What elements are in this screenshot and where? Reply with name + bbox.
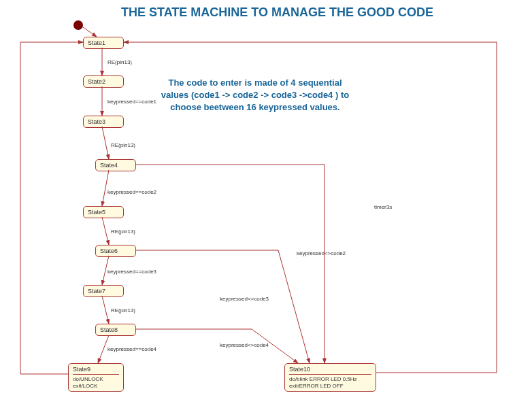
state-6: State6 — [95, 245, 136, 257]
state-4-name: State4 — [100, 162, 131, 169]
label-6-10: keypressed<>code3 — [220, 296, 269, 302]
diagram-title: THE STATE MACHINE TO MANAGE THE GOOD COD… — [121, 5, 433, 20]
label-4-10: keypressed<>code2 — [297, 250, 346, 256]
state-7-name: State7 — [88, 288, 119, 294]
state-2: State2 — [83, 75, 124, 88]
label-5-6: RE(pin13) — [111, 228, 135, 235]
state-9-actions: do/UNLOCK exit/LOCK — [73, 376, 119, 389]
state-8: State8 — [95, 324, 136, 336]
label-3-4: RE(pin13) — [111, 142, 135, 148]
state-5: State5 — [83, 206, 124, 218]
state-9: State9 do/UNLOCK exit/LOCK — [68, 363, 124, 392]
diagram-description: The code to enter is made of 4 sequentia… — [156, 77, 354, 114]
svg-line-3 — [102, 126, 109, 159]
svg-line-0 — [83, 27, 97, 37]
state-7: State7 — [83, 285, 124, 297]
state-10-name: State10 — [289, 366, 371, 375]
label-8-9: keypressed==code4 — [107, 346, 156, 352]
state-9-name: State9 — [73, 366, 119, 375]
label-2-3: keypressed==code1 — [107, 99, 156, 105]
label-7-8: RE(pin13) — [111, 307, 135, 313]
state-5-name: State5 — [88, 209, 119, 216]
label-1-2: RE(pin13) — [107, 59, 132, 65]
state-3: State3 — [83, 116, 124, 128]
state-1-name: State1 — [88, 39, 119, 46]
svg-line-5 — [102, 217, 109, 245]
initial-state — [73, 20, 83, 30]
state-1: State1 — [83, 37, 124, 49]
label-8-10: keypressed<>code4 — [220, 342, 269, 348]
state-6-name: State6 — [100, 248, 131, 254]
label-6-7: keypressed==code3 — [107, 269, 156, 275]
state-10-actions: do/blink ERROR LED 0.5Hz exit/ERROR LED … — [289, 376, 371, 389]
label-timer: timer3s — [374, 204, 392, 210]
state-4: State4 — [95, 159, 136, 171]
state-10: State10 do/blink ERROR LED 0.5Hz exit/ER… — [284, 363, 376, 392]
state-8-name: State8 — [100, 326, 131, 333]
label-4-5: keypressed==code2 — [107, 189, 156, 195]
state-2-name: State2 — [88, 78, 119, 85]
svg-line-4 — [102, 170, 109, 206]
state-3-name: State3 — [88, 118, 119, 125]
svg-line-7 — [102, 296, 109, 324]
